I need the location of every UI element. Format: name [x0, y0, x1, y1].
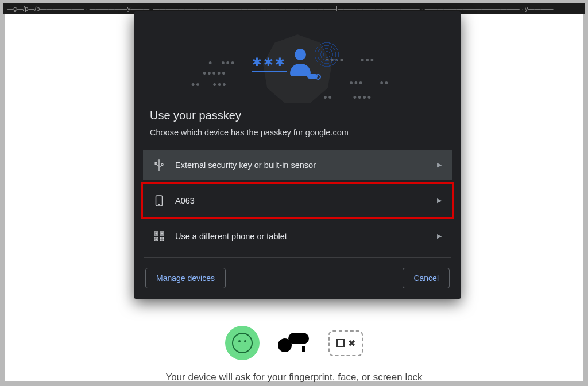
dialog-footer: Manage devices Cancel	[134, 258, 461, 288]
options-list: External security key or built-in sensor…	[134, 150, 461, 251]
svg-rect-1	[288, 333, 309, 344]
bg-caption: Your device will ask for your fingerprin…	[165, 372, 422, 383]
option-label: Use a different phone or tablet	[175, 232, 427, 241]
svg-point-5	[161, 163, 163, 165]
dialog-illustration: • ••• ••••• •• ••• •••• ••• ••• •• •• ••…	[134, 11, 461, 109]
svg-rect-14	[160, 237, 161, 239]
svg-rect-17	[163, 240, 164, 241]
dialog-subtitle: Choose which device has the passkey for …	[134, 128, 461, 150]
face-icon	[225, 326, 260, 360]
key-icon	[277, 333, 311, 353]
option-label: A063	[175, 196, 427, 205]
highlighted-option: A063 ▶	[141, 182, 454, 219]
svg-rect-16	[160, 240, 161, 241]
svg-rect-4	[155, 162, 157, 164]
dialog-title: Use your passkey	[134, 109, 461, 128]
chevron-right-icon: ▶	[437, 232, 442, 240]
cancel-button[interactable]: Cancel	[403, 268, 450, 288]
passkey-dialog: • ••• ••••• •• ••• •••• ••• ••• •• •• ••…	[134, 11, 461, 299]
chevron-right-icon: ▶	[437, 161, 442, 169]
option-label: External security key or built-in sensor	[175, 161, 427, 170]
fingerprint-icon	[314, 42, 339, 67]
usb-icon	[153, 159, 165, 171]
svg-rect-13	[156, 239, 157, 240]
qr-icon	[153, 231, 165, 242]
svg-point-3	[158, 159, 160, 161]
page-frame: —g—/p—/p——————— · ——————y———_———————————…	[0, 0, 588, 386]
person-key-icon	[290, 49, 314, 79]
svg-rect-15	[163, 237, 164, 239]
manage-devices-button[interactable]: Manage devices	[145, 268, 226, 288]
svg-rect-11	[161, 233, 163, 234]
option-different-device[interactable]: Use a different phone or tablet ▶	[143, 221, 452, 251]
svg-rect-9	[156, 233, 157, 234]
qr-icon-bg: ✖	[328, 330, 363, 356]
bg-illustration: ✖	[173, 323, 415, 363]
option-security-key[interactable]: External security key or built-in sensor…	[143, 150, 452, 180]
chevron-right-icon: ▶	[437, 197, 442, 204]
phone-icon	[153, 195, 165, 206]
svg-rect-2	[302, 346, 305, 352]
password-stars-icon: ✱✱✱	[252, 55, 287, 72]
option-device-a063[interactable]: A063 ▶	[143, 184, 452, 217]
